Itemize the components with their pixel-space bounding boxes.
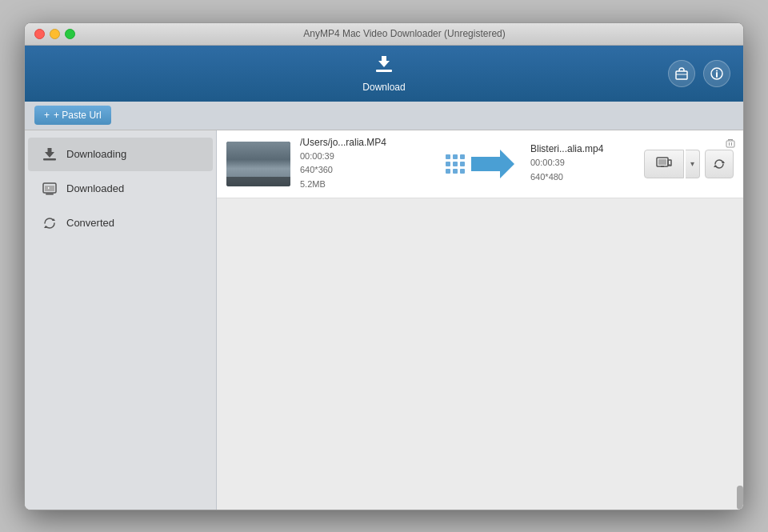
- downloaded-label: Downloaded: [66, 182, 124, 194]
- paste-url-button[interactable]: + + Paste Url: [34, 106, 111, 125]
- download-tab[interactable]: Download: [362, 54, 405, 93]
- sidebar-item-downloaded[interactable]: Downloaded: [28, 172, 213, 206]
- minimize-button[interactable]: [50, 29, 60, 39]
- svg-point-6: [716, 70, 718, 71]
- device-dropdown-button[interactable]: ▾: [686, 150, 700, 178]
- convert-area: [439, 150, 521, 178]
- maximize-button[interactable]: [65, 29, 75, 39]
- shop-button[interactable]: [668, 60, 695, 87]
- output-meta: 00:00:39 640*480: [530, 156, 634, 184]
- svg-rect-10: [46, 194, 54, 195]
- content-area: /Users/jo...ralia.MP4 00:00:39 640*360 5…: [217, 130, 743, 510]
- file-resolution: 640*360: [300, 165, 333, 174]
- file-duration: 00:00:39: [300, 151, 334, 161]
- svg-marker-1: [378, 56, 390, 67]
- paste-url-icon: +: [44, 110, 50, 121]
- main-content: Downloading Downloaded: [25, 130, 743, 510]
- traffic-lights: [34, 29, 75, 39]
- delete-button[interactable]: [722, 135, 738, 151]
- converted-icon: [41, 214, 58, 232]
- output-duration: 00:00:39: [530, 158, 565, 167]
- svg-rect-0: [376, 70, 392, 72]
- file-size: 5.2MB: [300, 179, 326, 189]
- device-button[interactable]: [644, 150, 684, 178]
- scrollbar[interactable]: [737, 486, 743, 510]
- app-window: AnyMP4 Mac Video Downloader (Unregistere…: [24, 22, 744, 510]
- converted-label: Converted: [66, 217, 114, 229]
- svg-marker-8: [45, 148, 54, 158]
- sidebar-item-downloading[interactable]: Downloading: [28, 138, 213, 171]
- table-row: /Users/jo...ralia.MP4 00:00:39 640*360 5…: [217, 130, 743, 199]
- sub-toolbar: + + Paste Url: [25, 102, 743, 130]
- paste-url-label: + Paste Url: [54, 110, 102, 121]
- info-button[interactable]: [703, 60, 730, 87]
- toolbar: Download: [25, 46, 743, 102]
- svg-rect-16: [658, 159, 666, 165]
- sidebar: Downloading Downloaded: [25, 130, 217, 510]
- downloading-icon: [41, 146, 58, 163]
- dots-grid: [446, 154, 465, 174]
- title-bar: AnyMP4 Mac Video Downloader (Unregistere…: [25, 23, 743, 46]
- output-info: Blisteri...alia.mp4 00:00:39 640*480: [530, 143, 634, 184]
- window-title: AnyMP4 Mac Video Downloader (Unregistere…: [75, 28, 734, 39]
- arrow-icon: [471, 150, 514, 178]
- svg-rect-22: [726, 141, 734, 147]
- sidebar-item-converted[interactable]: Converted: [28, 206, 213, 240]
- svg-rect-11: [45, 186, 54, 191]
- output-name: Blisteri...alia.mp4: [530, 143, 634, 154]
- output-resolution: 640*480: [530, 172, 563, 182]
- downloaded-icon: [41, 180, 58, 198]
- download-label: Download: [362, 82, 405, 93]
- file-thumbnail: [226, 142, 290, 186]
- refresh-button[interactable]: [705, 150, 734, 178]
- file-info: /Users/jo...ralia.MP4 00:00:39 640*360 5…: [300, 137, 430, 192]
- close-button[interactable]: [34, 29, 45, 39]
- svg-rect-7: [43, 158, 56, 161]
- file-meta: 00:00:39 640*360 5.2MB: [300, 150, 430, 192]
- svg-rect-2: [676, 71, 687, 79]
- toolbar-right-buttons: [668, 60, 730, 87]
- action-buttons: ▾: [644, 150, 734, 178]
- downloading-label: Downloading: [66, 148, 126, 160]
- download-icon: [374, 54, 394, 80]
- file-path: /Users/jo...ralia.MP4: [300, 137, 430, 148]
